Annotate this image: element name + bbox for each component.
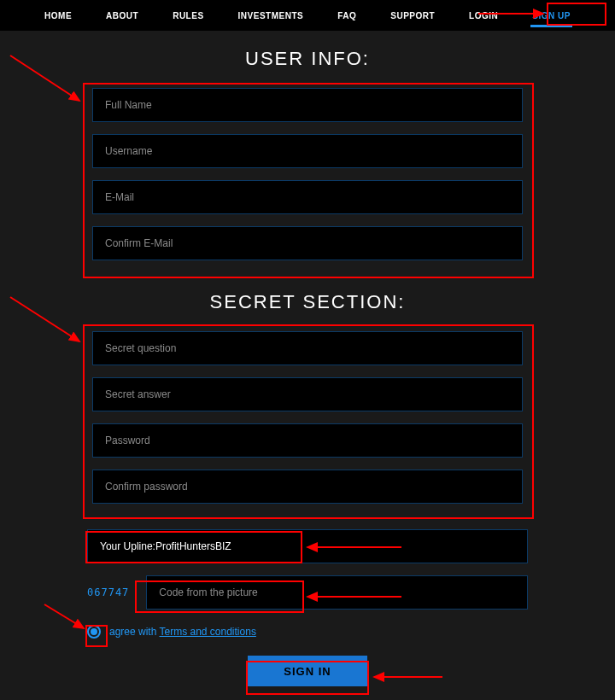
top-nav: HOME ABOUT RULES INVESTMENTS FAQ SUPPORT… [0, 0, 615, 31]
terms-link[interactable]: Terms and conditions [159, 626, 255, 638]
nav-about[interactable]: ABOUT [89, 11, 155, 20]
upline-row: Your Upline: ProfitHuntersBIZ [87, 529, 528, 563]
agree-prefix: agree with [109, 626, 159, 638]
captcha-input[interactable] [146, 575, 528, 610]
captcha-row: 067747 [87, 575, 528, 610]
fullname-input[interactable] [92, 88, 523, 122]
secret-group [87, 325, 528, 517]
nav-login[interactable]: LOGIN [452, 11, 515, 20]
confirm-email-input[interactable] [92, 226, 523, 260]
upline-label: Your Upline: [100, 540, 155, 552]
email-input[interactable] [92, 180, 523, 214]
nav-rules[interactable]: RULES [155, 11, 220, 20]
username-input[interactable] [92, 134, 523, 168]
signin-button[interactable]: SIGN IN [248, 656, 367, 686]
svg-line-5 [44, 604, 84, 628]
confirm-password-input[interactable] [92, 470, 523, 504]
nav-faq[interactable]: FAQ [320, 11, 373, 20]
upline-display: Your Upline: ProfitHuntersBIZ [87, 529, 528, 563]
heading-user-info: USER INFO: [0, 48, 615, 70]
agree-text: agree with Terms and conditions [109, 626, 256, 638]
upline-value: ProfitHuntersBIZ [155, 540, 231, 552]
captcha-image: 067747 [87, 586, 129, 598]
secret-question-input[interactable] [92, 331, 523, 365]
secret-answer-input[interactable] [92, 377, 523, 411]
user-info-group [87, 82, 528, 274]
nav-home[interactable]: HOME [27, 11, 89, 20]
agree-row: agree with Terms and conditions [87, 625, 528, 639]
nav-support[interactable]: SUPPORT [373, 11, 452, 20]
heading-secret-section: SECRET SECTION: [0, 291, 615, 313]
nav-signup[interactable]: SIGN UP [515, 11, 588, 20]
submit-row: SIGN IN [0, 656, 615, 686]
nav-investments[interactable]: INVESTMENTS [221, 11, 321, 20]
password-input[interactable] [92, 423, 523, 458]
agree-radio[interactable] [87, 625, 101, 639]
